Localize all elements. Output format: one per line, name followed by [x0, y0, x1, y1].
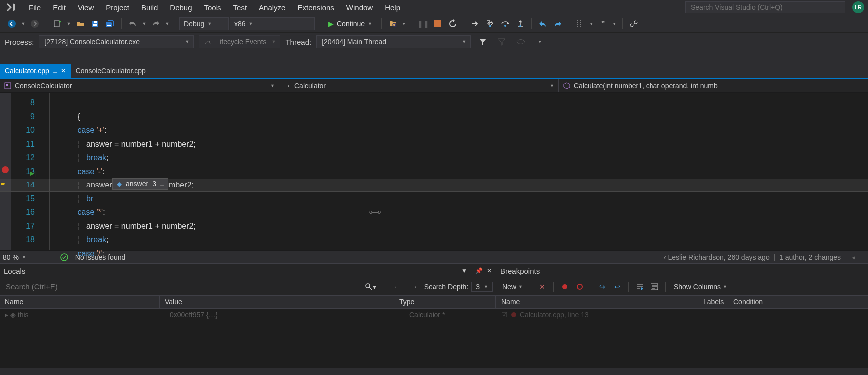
nav-scope-dropdown[interactable]: ConsoleCalculator ▼ — [0, 79, 279, 92]
col-condition[interactable]: Condition — [728, 296, 868, 308]
menu-extensions[interactable]: Extensions — [292, 1, 339, 14]
search-icon[interactable]: ▾ — [364, 280, 378, 293]
new-breakpoint-button[interactable]: New▼ — [499, 282, 526, 292]
restart-button[interactable] — [446, 17, 460, 30]
locals-body[interactable]: ▸ ◈ this 0x00eff957 {…} Calculator * — [0, 309, 496, 368]
menu-file[interactable]: File — [24, 1, 46, 14]
show-next-statement-button[interactable] — [468, 17, 482, 30]
menu-test[interactable]: Test — [228, 1, 252, 14]
intellitrace-events-icon[interactable] — [573, 17, 587, 30]
step-forward-button[interactable] — [551, 17, 565, 30]
col-name[interactable]: Name — [496, 296, 698, 308]
close-icon[interactable]: ✕ — [61, 67, 66, 74]
menu-tools[interactable]: Tools — [199, 1, 226, 14]
nav-back-button[interactable] — [5, 17, 19, 30]
goto-source-icon[interactable] — [634, 283, 646, 290]
chevron-down-icon[interactable]: ▼ — [20, 17, 27, 30]
new-item-button[interactable] — [50, 17, 64, 30]
locals-search-input[interactable] — [3, 280, 361, 293]
goto-disasm-icon[interactable] — [649, 283, 660, 290]
close-icon[interactable]: ✕ — [487, 267, 492, 274]
enable-all-icon[interactable] — [559, 283, 571, 291]
menu-help[interactable]: Help — [380, 1, 405, 14]
nav-forward-icon[interactable]: → — [407, 280, 421, 293]
breakpoint-icon[interactable] — [2, 166, 9, 173]
col-name[interactable]: Name — [0, 296, 160, 308]
save-button[interactable] — [88, 17, 102, 30]
nav-member-dropdown[interactable]: Calculate(int number1, char operand, int… — [559, 79, 868, 92]
chevron-down-icon[interactable]: ▼ — [65, 17, 72, 30]
breakpoint-gutter[interactable]: ➨ — [0, 93, 11, 250]
thread-marker-icon[interactable] — [514, 35, 528, 48]
tab-calculator-cpp[interactable]: Calculator.cpp ⟂ ✕ — [0, 64, 71, 78]
menu-project[interactable]: Project — [101, 1, 134, 14]
step-back-button[interactable] — [536, 17, 550, 30]
find-in-files-button[interactable] — [386, 17, 400, 30]
code-content[interactable]: { case '+': ¦ answer = number1 + number2… — [50, 93, 868, 250]
window-menu-icon[interactable]: ▼ — [461, 267, 467, 274]
chevron-down-icon[interactable]: ▾ — [401, 17, 408, 30]
disable-all-icon[interactable] — [574, 283, 586, 291]
step-over-button[interactable] — [498, 17, 512, 30]
menu-view[interactable]: View — [73, 1, 99, 14]
breakpoints-body[interactable]: ☑ Calculator.cpp, line 13 — [496, 309, 868, 368]
svg-point-10 — [519, 25, 521, 27]
menu-edit[interactable]: Edit — [48, 1, 71, 14]
filter-icon[interactable] — [476, 35, 490, 48]
flag-filter-icon[interactable] — [495, 35, 509, 48]
codelens-blame[interactable]: ‹ Leslie Richardson, 260 days ago | 1 au… — [664, 253, 865, 261]
global-search-input[interactable] — [685, 1, 845, 13]
col-type[interactable]: Type — [394, 296, 496, 308]
menu-build[interactable]: Build — [136, 1, 163, 14]
outlining-margin[interactable] — [41, 93, 50, 250]
tab-consolecalculator-cpp[interactable]: ConsoleCalculator.cpp — [71, 64, 151, 78]
datatip[interactable]: ◆ answer 3 ⟂ — [112, 178, 168, 190]
breakpoints-header[interactable]: Breakpoints — [496, 264, 868, 278]
breakpoint-row[interactable]: ☑ Calculator.cpp, line 13 — [501, 311, 863, 319]
continue-button[interactable]: ▶ Continue ▼ — [323, 17, 377, 30]
pause-button[interactable]: ❚❚ — [416, 17, 430, 30]
stop-button[interactable] — [431, 17, 445, 30]
menu-window[interactable]: Window — [341, 1, 378, 14]
pin-icon[interactable]: 📌 — [475, 267, 483, 274]
nav-forward-button[interactable] — [28, 17, 42, 30]
chevron-down-icon[interactable]: ▼ — [141, 17, 148, 30]
menu-debug[interactable]: Debug — [165, 1, 197, 14]
quotes-icon[interactable]: ❞ — [596, 17, 610, 30]
open-file-button[interactable] — [73, 17, 87, 30]
run-to-click-icon[interactable]: ▶| — [30, 167, 36, 181]
solution-platform-dropdown[interactable]: x86▼ — [230, 17, 315, 30]
save-all-button[interactable] — [103, 17, 117, 30]
process-label: Process: — [5, 38, 34, 46]
show-columns-button[interactable]: Show Columns▼ — [671, 282, 730, 292]
chevron-down-icon[interactable]: ▾ — [588, 17, 595, 30]
process-dropdown[interactable]: [27128] ConsoleCalculator.exe ▼ — [39, 35, 194, 48]
lifecycle-dropdown[interactable]: Lifecycle Events ▼ — [199, 35, 280, 48]
thread-dropdown[interactable]: [20404] Main Thread ▼ — [316, 35, 471, 48]
locals-row-this[interactable]: ▸ ◈ this 0x00eff957 {…} Calculator * — [5, 311, 491, 319]
menu-analyze[interactable]: Analyze — [254, 1, 290, 14]
delete-breakpoint-icon[interactable]: ✕ — [536, 283, 548, 291]
user-avatar[interactable]: LR — [852, 1, 864, 13]
step-into-button[interactable] — [483, 17, 497, 30]
zoom-dropdown[interactable]: 80 % ▼ — [3, 253, 26, 261]
export-bp-icon[interactable]: ↪ — [596, 283, 608, 291]
redo-button[interactable] — [149, 17, 163, 30]
pin-icon[interactable]: ⟂ — [53, 67, 57, 74]
undo-button[interactable] — [126, 17, 140, 30]
solution-config-dropdown[interactable]: Debug▼ — [179, 17, 229, 30]
import-bp-icon[interactable]: ↩ — [611, 283, 623, 291]
step-out-button[interactable] — [513, 17, 527, 30]
chevron-down-icon[interactable]: ▼ — [164, 17, 171, 30]
nav-type-dropdown[interactable]: → Calculator ▼ — [279, 79, 559, 92]
col-value[interactable]: Value — [160, 296, 394, 308]
col-labels[interactable]: Labels — [698, 296, 728, 308]
search-depth-dropdown[interactable]: 3 ▼ — [471, 282, 493, 292]
live-share-icon[interactable] — [627, 17, 641, 30]
pin-icon[interactable]: ⟂ — [160, 177, 164, 191]
toolbar-options-icon[interactable]: ▾ — [533, 35, 547, 48]
nav-back-icon[interactable]: ← — [390, 280, 404, 293]
code-editor[interactable]: ➨ 89101112131415161718 { case '+': ¦ ans… — [0, 93, 868, 250]
chevron-down-icon[interactable]: ▾ — [611, 17, 618, 30]
checkbox-icon[interactable]: ☑ — [501, 311, 508, 319]
